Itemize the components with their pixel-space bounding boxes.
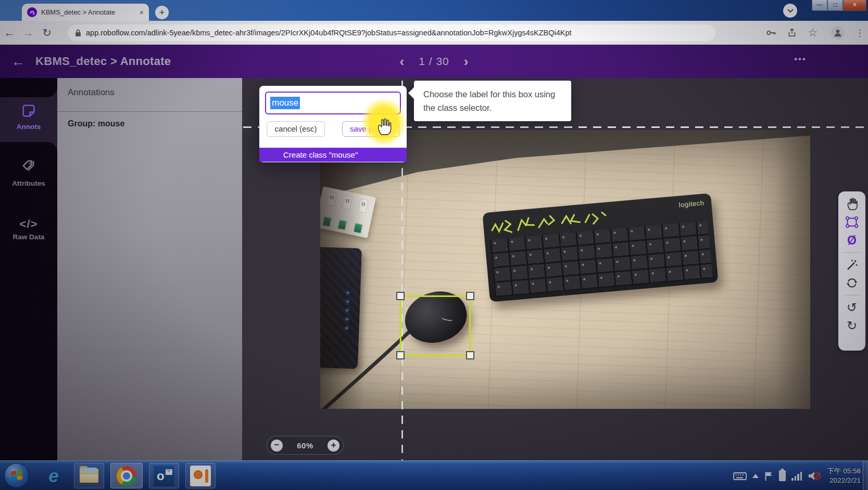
zoom-out-button[interactable]: − — [271, 440, 283, 452]
back-button[interactable]: ← — [0, 27, 19, 39]
class-selector-tooltip: Choose the label for this box using the … — [414, 81, 571, 121]
volume-muted-icon[interactable] — [808, 470, 821, 482]
lock-icon — [75, 29, 81, 37]
folder-icon — [80, 469, 98, 483]
panel-divider — [57, 111, 242, 112]
windows-taskbar: e o — [0, 460, 868, 490]
window-maximize-button[interactable]: □ — [827, 0, 843, 11]
show-desktop-button[interactable] — [863, 461, 868, 490]
password-key-icon[interactable] — [764, 26, 778, 40]
battery-icon[interactable] — [779, 470, 786, 481]
bbox-handle-bottom-right[interactable] — [466, 351, 474, 359]
toolbar-divider — [844, 295, 860, 295]
code-icon: </> — [20, 217, 38, 230]
annotation-group-header[interactable]: Group: mouse — [68, 119, 124, 128]
sidebar-item-raw-data[interactable]: </> Raw Data — [0, 217, 57, 241]
browser-toolbar: ← → ↻ app.roboflow.com/adlink-5yeae/kbms… — [0, 21, 868, 45]
roboflow-favicon-icon — [27, 7, 37, 17]
profile-avatar[interactable] — [831, 26, 845, 40]
sidebar-spacer — [0, 142, 57, 460]
zoom-in-button[interactable]: + — [328, 440, 339, 452]
taskbar-outlook[interactable]: o — [149, 463, 179, 488]
reload-button[interactable]: ↻ — [37, 27, 56, 39]
annotated-image[interactable]: logitech — [320, 130, 810, 409]
windows-logo-icon — [11, 470, 22, 481]
share-icon[interactable] — [785, 26, 799, 40]
tab-close-icon[interactable]: × — [140, 8, 144, 17]
redo-button[interactable]: ↻ — [844, 318, 860, 333]
tab-search-button[interactable] — [783, 4, 797, 18]
left-sidebar: Annots Attributes </> Raw Data — [0, 78, 57, 460]
undo-button[interactable]: ↺ — [844, 300, 860, 315]
create-class-option[interactable]: Create class "mouse" — [259, 148, 407, 162]
taskbar-internet-explorer[interactable]: e — [41, 463, 67, 488]
bounding-box-tool[interactable] — [844, 215, 860, 229]
window-close-button[interactable]: × — [843, 0, 866, 11]
window-minimize-button[interactable]: — — [812, 0, 827, 11]
sidebar-item-label: Attributes — [0, 179, 57, 187]
annotations-panel: Annotations Group: mouse — [57, 78, 242, 460]
class-name-input[interactable]: mouse — [265, 92, 401, 114]
start-button[interactable] — [4, 463, 29, 488]
photo-vignette — [320, 130, 810, 409]
attributes-tags-icon — [20, 159, 37, 175]
bbox-handle-top-left[interactable] — [396, 292, 405, 300]
zoom-level: 60% — [297, 441, 313, 450]
internet-explorer-icon: e — [48, 466, 58, 486]
taskbar-clock[interactable]: 下午 05:56 2022/2/21 — [827, 467, 861, 485]
bookmark-star-icon[interactable]: ☆ — [806, 26, 820, 40]
new-tab-button[interactable]: + — [155, 6, 169, 19]
screen: KBMS_detec > Annotate × + — □ × ← → ↻ ap… — [0, 0, 868, 490]
prev-image-button[interactable]: ‹ — [400, 54, 405, 70]
window-controls: — □ × — [812, 0, 866, 11]
polygon-tool[interactable]: Ø — [844, 233, 860, 248]
clock-time: 下午 05:56 — [827, 467, 861, 476]
sidebar-spacer — [0, 78, 57, 97]
browser-tab[interactable]: KBMS_detec > Annotate × — [22, 4, 149, 21]
sidebar-item-label: Annots — [0, 123, 57, 131]
browser-tab-strip: KBMS_detec > Annotate × + — □ × — [0, 0, 868, 21]
app-header: ← KBMS_detec > Annotate ‹ 1 / 30 › ••• — [0, 45, 868, 78]
sidebar-item-annots[interactable]: Annots — [0, 103, 57, 131]
taskbar-capture-app[interactable] — [185, 463, 216, 488]
show-hidden-icons-button[interactable] — [752, 474, 759, 478]
class-name-selected-text: mouse — [270, 97, 300, 109]
cancel-button[interactable]: cancel (esc) — [267, 121, 325, 137]
taskbar-chrome[interactable] — [110, 463, 143, 488]
ime-keyboard-icon[interactable] — [733, 471, 747, 481]
tab-title: KBMS_detec > Annotate — [41, 8, 135, 16]
bbox-handle-bottom-left[interactable] — [396, 351, 405, 359]
pan-hand-tool[interactable] — [844, 197, 860, 211]
system-tray: 下午 05:56 2022/2/21 — [733, 461, 861, 490]
sidebar-item-label: Raw Data — [0, 233, 57, 241]
toolbar-divider — [844, 252, 860, 253]
url-text: app.roboflow.com/adlink-5yeae/kbms_detec… — [86, 29, 572, 37]
image-pager: ‹ 1 / 30 › — [0, 45, 868, 78]
class-selector-popup: mouse cancel (esc) save (enter) Create c… — [259, 86, 407, 162]
browser-menu-icon[interactable]: ⋮ — [853, 26, 866, 40]
header-overflow-menu[interactable]: ••• — [794, 54, 807, 65]
outlook-icon: o — [154, 466, 174, 486]
annotations-panel-title: Annotations — [68, 87, 115, 98]
forward-button[interactable]: → — [19, 27, 37, 39]
zoom-control: − 60% + — [267, 436, 344, 455]
annotations-icon — [21, 103, 36, 119]
next-image-button[interactable]: › — [464, 54, 469, 70]
capture-app-icon — [190, 466, 211, 486]
repeat-previous-tool[interactable] — [844, 276, 860, 290]
bounding-box-mouse[interactable] — [400, 295, 471, 356]
save-button[interactable]: save (enter) — [342, 121, 399, 137]
sidebar-item-attributes[interactable]: Attributes — [0, 159, 57, 187]
address-bar[interactable]: app.roboflow.com/adlink-5yeae/kbms_detec… — [68, 24, 715, 41]
clock-date: 2022/2/21 — [827, 476, 861, 485]
bbox-handle-top-right[interactable] — [466, 292, 474, 300]
chrome-icon — [117, 466, 136, 486]
tool-rail: Ø ↺ ↻ — [838, 191, 865, 351]
page-indicator: 1 / 30 — [419, 55, 449, 68]
taskbar-file-explorer[interactable] — [74, 463, 104, 488]
label-assist-wand-tool[interactable] — [844, 257, 860, 272]
network-signal-icon[interactable] — [791, 471, 802, 481]
action-center-flag-icon[interactable] — [764, 471, 773, 481]
